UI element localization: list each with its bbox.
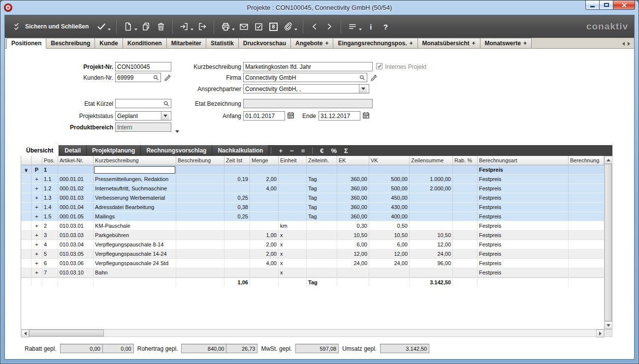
- column-header-empty[interactable]: [32, 156, 42, 165]
- close-button[interactable]: [613, 0, 635, 10]
- new-record-button[interactable]: [122, 20, 137, 33]
- minimize-button[interactable]: [585, 0, 600, 10]
- tab-monatswerte[interactable]: Monatswerte+: [480, 38, 532, 48]
- horizontal-scroll-thumb[interactable]: [29, 330, 104, 336]
- tab-mitarbeiter[interactable]: Mitarbeiter: [166, 38, 206, 48]
- delete-button[interactable]: [155, 20, 167, 33]
- table-row[interactable]: +1.1000.01.01Pressemitteilungen, Redakti…: [21, 175, 604, 184]
- column-header-zeit-ist[interactable]: Zeit Ist: [224, 156, 250, 165]
- tab-beschreibung[interactable]: Beschreibung: [46, 38, 95, 48]
- app-icon[interactable]: [4, 3, 12, 12]
- export-button[interactable]: [196, 20, 208, 33]
- scroll-left-button[interactable]: [21, 330, 29, 337]
- column-header-rab-%[interactable]: Rab. %: [453, 156, 478, 165]
- expand-cell[interactable]: +: [32, 203, 42, 212]
- expand-cell[interactable]: +: [32, 212, 42, 221]
- ende-input[interactable]: 31.12.2017: [319, 111, 360, 121]
- tab-monatsübersicht[interactable]: Monatsübersicht+: [417, 38, 480, 48]
- help-button[interactable]: ?: [380, 20, 391, 33]
- produktbereich-field[interactable]: Intern: [115, 122, 171, 132]
- table-row[interactable]: +1.2000.01.02Internetauftritt, Suchmasch…: [21, 184, 604, 193]
- next-record-button[interactable]: [323, 20, 335, 33]
- position-title-input[interactable]: [94, 166, 175, 174]
- maximize-button[interactable]: [600, 0, 613, 10]
- save-close-button[interactable]: Sichern und Schließen: [12, 20, 93, 33]
- firma-input[interactable]: Connectivity GmbH: [243, 73, 367, 82]
- expand-cell[interactable]: +: [32, 231, 42, 240]
- column-header-vk[interactable]: VK: [369, 156, 410, 165]
- subtab-detail[interactable]: Detail: [59, 145, 87, 156]
- expand-cell[interactable]: +: [32, 221, 42, 230]
- column-header-berechnungsart[interactable]: Berechnungsart: [478, 156, 569, 165]
- previous-record-button[interactable]: [309, 20, 320, 33]
- expand-cell[interactable]: ∨: [21, 165, 32, 174]
- list-view-icon[interactable]: ≡: [301, 147, 305, 154]
- tabs-scroll-right-button[interactable]: [628, 39, 630, 48]
- search-icon[interactable]: [359, 75, 365, 81]
- scroll-up-button[interactable]: [605, 156, 612, 164]
- sum-icon[interactable]: Σ: [344, 147, 348, 154]
- column-header-zeilensumme[interactable]: Zeilensumme: [410, 156, 453, 165]
- tab-druckvorschau[interactable]: Druckvorschau: [238, 38, 291, 48]
- table-row[interactable]: +5010.03.05Verpflegungspauschale 14-242,…: [21, 249, 604, 259]
- add-position-icon[interactable]: +: [279, 147, 283, 154]
- produktbereich-dropdown-icon[interactable]: [175, 126, 179, 135]
- dropdown-arrow-icon[interactable]: [359, 85, 367, 93]
- import-button[interactable]: [178, 20, 193, 33]
- calendar-icon[interactable]: [362, 112, 370, 119]
- expand-cell[interactable]: P: [32, 165, 42, 174]
- tab-statistik[interactable]: Statistik: [206, 38, 239, 48]
- tab-angebote[interactable]: Angebote+: [290, 38, 333, 48]
- info-button[interactable]: i: [365, 20, 377, 33]
- horizontal-scroll-track[interactable]: [104, 330, 596, 336]
- expand-cell[interactable]: +: [32, 259, 42, 268]
- column-header-einheit[interactable]: Einheit: [279, 156, 307, 165]
- column-header-ek[interactable]: EK: [337, 156, 369, 165]
- print-button[interactable]: [220, 20, 235, 33]
- scroll-right-button[interactable]: [596, 330, 604, 337]
- anfang-input[interactable]: 01.01.2017: [243, 111, 285, 121]
- column-header-artikel-nr[interactable]: Artikel-Nr.: [58, 156, 94, 165]
- table-row[interactable]: +1.3000.01.03Verbesserung Werbematerial0…: [21, 193, 604, 203]
- confirm-button[interactable]: [96, 20, 111, 33]
- expand-cell[interactable]: +: [32, 268, 42, 277]
- tab-positionen[interactable]: Positionen: [6, 38, 46, 49]
- table-row[interactable]: +2010.03.01KM-Pauschalekm0,300,50Festpre…: [21, 221, 604, 231]
- subtab-nachkalkulation[interactable]: Nachkalkulation: [212, 145, 269, 156]
- column-header-berechnung[interactable]: Berechnung: [569, 156, 604, 165]
- subtab-rechnungsvorschlag[interactable]: Rechnungsvorschlag: [141, 145, 212, 156]
- edit-pencil-icon[interactable]: [370, 74, 377, 81]
- column-header-pos[interactable]: Pos.: [42, 156, 58, 165]
- subtab-projektplanung[interactable]: Projektplanung: [87, 145, 141, 156]
- table-row[interactable]: +6010.03.06Verpflegungspauschale 24 Std4…: [21, 259, 604, 268]
- table-row[interactable]: +1.4000.01.04Adressdatei Bearbeitung0,38…: [21, 203, 604, 212]
- ansprechpartner-select[interactable]: Connectivity GmbH, ,: [243, 84, 369, 93]
- tab-eingangsrechnungspos[interactable]: Eingangsrechnungspos.+: [333, 38, 417, 48]
- tab-kunde[interactable]: Kunde: [95, 38, 123, 48]
- scroll-down-button[interactable]: [605, 321, 612, 329]
- vertical-scrollbar[interactable]: [604, 156, 612, 329]
- email-button[interactable]: [238, 20, 250, 33]
- attachments-button[interactable]: [282, 20, 297, 33]
- table-row[interactable]: +3010.03.03Parkgebühren1,00x10,5010,5010…: [21, 231, 604, 240]
- expand-cell[interactable]: +: [32, 175, 42, 183]
- table-row[interactable]: ∨P1Festpreis: [21, 165, 604, 175]
- menu-button[interactable]: [347, 20, 362, 33]
- duplicate-button[interactable]: [140, 20, 152, 33]
- expand-cell[interactable]: +: [32, 193, 42, 202]
- table-row[interactable]: +1.5000.01.05Mailings0,25Tag360,00400,00…: [21, 212, 604, 221]
- euro-icon[interactable]: €: [320, 147, 323, 154]
- tabs-scroll-left-button[interactable]: [622, 39, 625, 48]
- expand-cell[interactable]: +: [32, 249, 42, 258]
- tab-konditionen[interactable]: Konditionen: [123, 38, 167, 48]
- remove-position-icon[interactable]: −: [290, 147, 294, 154]
- tasks-button[interactable]: [253, 20, 264, 33]
- table-row[interactable]: +7010.03.10BahnxFestpreis: [21, 268, 604, 277]
- horizontal-scrollbar[interactable]: [21, 329, 612, 337]
- vertical-scroll-thumb[interactable]: [605, 164, 612, 321]
- kurzbeschreibung-input[interactable]: Marketingkosten lfd. Jahr: [243, 62, 373, 71]
- table-row[interactable]: +4010.03.04Verpflegungspauschale 8-142,0…: [21, 240, 604, 249]
- subtab-übersicht[interactable]: Übersicht: [21, 145, 59, 156]
- percent-icon[interactable]: %: [331, 147, 337, 154]
- column-header-kurzbeschreibung[interactable]: Kurzbeschreibung: [94, 156, 176, 165]
